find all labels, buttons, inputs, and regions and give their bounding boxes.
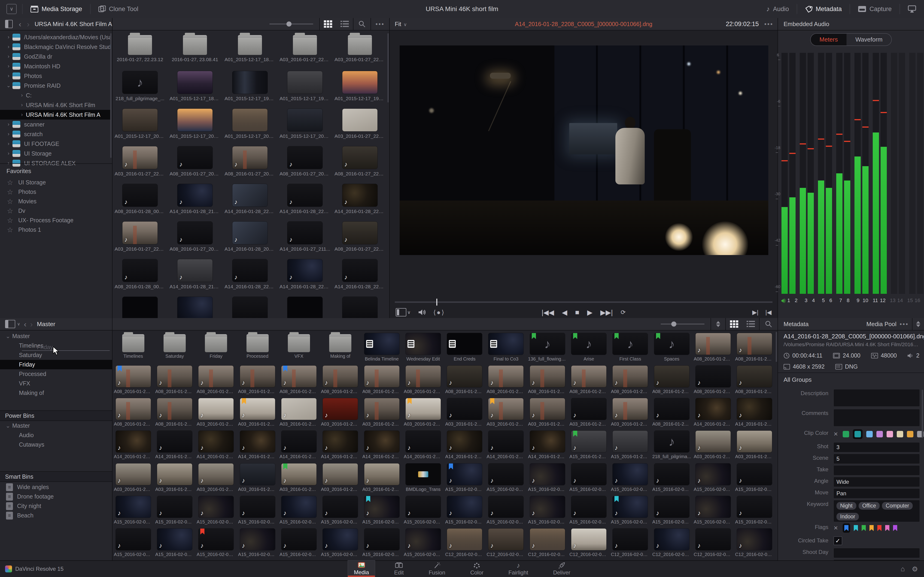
pool-item[interactable]: ♪A15_2016-02-05_... xyxy=(485,496,527,528)
play-reverse-button[interactable]: ◀ xyxy=(562,308,567,316)
clear-flag-icon[interactable]: ✕ xyxy=(834,525,838,531)
circled-take-checkbox[interactable]: ✓ xyxy=(834,537,842,545)
pool-item[interactable]: ♪A08_2016-01-27_... xyxy=(154,398,195,430)
pool-item[interactable]: ♪136_full_flowing_... xyxy=(527,333,568,365)
browser-item[interactable]: ♪A14_2016-01-28_224... xyxy=(333,259,388,297)
pool-item[interactable]: ♪A15_2016-02-05_... xyxy=(402,496,444,528)
smart-bin-item[interactable]: Wide angles xyxy=(0,482,112,492)
page-tab-media[interactable]: Media xyxy=(348,560,375,577)
field-input[interactable] xyxy=(834,465,920,475)
browser-item[interactable]: ♪A14_2016-01-28_223... xyxy=(278,259,333,297)
pool-item[interactable]: Belinda Timeline xyxy=(361,333,402,365)
browser-scrollbar[interactable] xyxy=(388,33,389,103)
field-input[interactable] xyxy=(834,389,920,407)
forward-arrow[interactable]: › xyxy=(28,320,35,329)
browser-item[interactable]: ♪A14_2016-01-28_224... xyxy=(333,184,388,221)
pool-item[interactable]: ♪A03_2016-01-27_... xyxy=(402,398,444,430)
last-frame-button[interactable]: ▶▶| xyxy=(600,308,613,316)
clip-color-orange[interactable] xyxy=(907,431,913,437)
settings-gear-icon[interactable]: ⚙ xyxy=(912,565,918,573)
pool-item[interactable]: ♪A08_2016-01-27_... xyxy=(361,365,402,398)
pool-item[interactable]: ♪A15_2016-02-05_... xyxy=(734,463,775,496)
speaker-icon[interactable]: 🔊︎ xyxy=(781,297,786,305)
flag-purple[interactable] xyxy=(893,525,897,531)
storage-tree-item[interactable]: ›URSA Mini 4.6K Short Film A xyxy=(0,110,111,119)
pool-item[interactable]: ♪A14_2016-01-28_... xyxy=(320,430,361,463)
favorite-item[interactable]: ☆Photos xyxy=(0,187,112,197)
clear-color-icon[interactable]: ✕ xyxy=(834,431,838,437)
clip-color-teal[interactable] xyxy=(855,431,861,437)
field-input[interactable]: Wide xyxy=(834,477,920,487)
browser-item[interactable] xyxy=(278,297,333,318)
pool-item[interactable]: ♪A08_2016-01-27_... xyxy=(734,333,775,365)
pool-item[interactable]: ♪Spaces xyxy=(651,333,692,365)
pool-item[interactable]: ♪A15_2016-02-05_... xyxy=(568,496,609,528)
pool-item[interactable]: ♪A03_2016-01-25_... xyxy=(361,463,402,496)
flag-cyan[interactable] xyxy=(854,525,858,531)
pool-item[interactable]: ♪A03_2016-01-27_... xyxy=(485,398,527,430)
storage-tree-item[interactable]: ›GodZilla dr xyxy=(0,52,111,61)
favorite-item[interactable]: ☆UX- Process Footage xyxy=(0,216,112,225)
browser-item[interactable]: ♪A14_2016-01-28_215... xyxy=(168,259,223,297)
back-arrow[interactable]: ‹ xyxy=(22,320,28,329)
playhead[interactable] xyxy=(436,299,437,306)
loop-button[interactable]: ⟳ xyxy=(621,309,626,316)
pool-item[interactable]: ♪A08_2016-01-27_... xyxy=(444,365,485,398)
browser-item[interactable]: ♪A14_2016-01-27_211... xyxy=(278,221,333,259)
pool-item[interactable]: ♪A08_2016-01-27_... xyxy=(527,365,568,398)
smart-bin-item[interactable]: Beach xyxy=(0,511,112,520)
favorite-item[interactable]: ☆UI Storage xyxy=(0,178,112,187)
clip-color-pink[interactable] xyxy=(887,431,893,437)
options-menu-icon[interactable]: ••• xyxy=(376,21,384,28)
pool-item[interactable]: ♪C12_2016-02-05_... xyxy=(568,528,609,561)
pool-item[interactable]: ♪A03_2016-01-27_... xyxy=(278,398,320,430)
pool-item[interactable]: ♪A03_2016-01-25_... xyxy=(195,463,237,496)
storage-tree-item[interactable]: ›C: xyxy=(0,90,111,100)
browser-item[interactable]: ♪A08_2016-01-27_220... xyxy=(333,146,388,184)
chevron-icon[interactable]: › xyxy=(5,160,13,166)
pool-item[interactable]: ♪A14_2016-01-28_... xyxy=(195,430,237,463)
clip-mode-icon[interactable] xyxy=(396,308,406,316)
pool-item[interactable]: ♪A14_2016-01-28_... xyxy=(444,430,485,463)
pool-item[interactable]: ♪A08_2016-01-27_... xyxy=(113,365,154,398)
metadata-sort-icon[interactable] xyxy=(916,321,920,327)
pool-item[interactable]: ♪A08_2016-01-27_... xyxy=(402,365,444,398)
chevron-icon[interactable]: › xyxy=(5,150,13,156)
pool-item[interactable]: ♪A15_2016-02-05_... xyxy=(237,528,278,561)
pool-item[interactable]: ♪A14_2016-01-28_... xyxy=(237,430,278,463)
pool-item[interactable]: ♪A14_2016-01-28_... xyxy=(402,430,444,463)
pool-item[interactable]: ♪C12_2016-02-05_... xyxy=(692,528,733,561)
pool-item[interactable]: ♪A15_2016-02-05_... xyxy=(154,528,195,561)
browser-item[interactable]: ♪A03_2016-01-27_225... xyxy=(113,146,168,184)
pool-item[interactable]: ♪A03_2016-01-25_... xyxy=(692,430,733,463)
browser-item[interactable]: ♪A08_2016-01-28_000... xyxy=(113,184,168,221)
browser-item[interactable]: A01_2015-12-17_182... xyxy=(223,33,278,71)
keyword-tag[interactable]: Computer xyxy=(882,502,913,509)
browser-item[interactable]: ♪A03_2016-01-27_225... xyxy=(113,221,168,259)
keyword-tag[interactable]: Indoor xyxy=(837,513,859,521)
pool-item[interactable]: ♪A14_2016-01-28_... xyxy=(692,398,733,430)
pool-item[interactable]: ♪A15_2016-02-05_... xyxy=(278,496,320,528)
favorite-item[interactable]: ☆Dv xyxy=(0,206,112,216)
list-view-icon[interactable] xyxy=(340,20,349,28)
mark-in-button[interactable]: ▶| xyxy=(752,309,759,316)
browser-item[interactable] xyxy=(113,297,168,318)
chevron-icon[interactable]: › xyxy=(5,53,13,60)
pool-item[interactable]: ♪A15_2016-02-05_... xyxy=(113,496,154,528)
pool-item[interactable]: ♪A03_2016-01-27_... xyxy=(320,398,361,430)
chevron-icon[interactable]: › xyxy=(5,63,13,69)
bin-item[interactable]: VFX xyxy=(0,379,112,388)
pool-item[interactable]: ♪A15_2016-02-05_... xyxy=(154,496,195,528)
bin-item[interactable]: ⌄ Master xyxy=(0,331,112,341)
field-input[interactable]: Pan xyxy=(834,488,920,498)
keyword-tag[interactable]: Night xyxy=(837,502,856,509)
storage-tree-item[interactable]: ›UI STORAGE ALEX xyxy=(0,158,111,168)
browser-item[interactable]: A01_2015-12-17_202... xyxy=(223,108,278,146)
pool-item[interactable]: ♪A03_2016-01-25_... xyxy=(278,463,320,496)
chevron-icon[interactable]: › xyxy=(18,102,26,108)
pool-item[interactable]: ♪A08_2016-01-27_... xyxy=(195,365,237,398)
pool-item[interactable]: ♪First Class xyxy=(610,333,651,365)
tab-waveform[interactable]: Waveform xyxy=(846,34,892,45)
chevron-icon[interactable]: › xyxy=(5,34,13,40)
pool-item[interactable]: ♪A08_2016-01-27_... xyxy=(113,398,154,430)
